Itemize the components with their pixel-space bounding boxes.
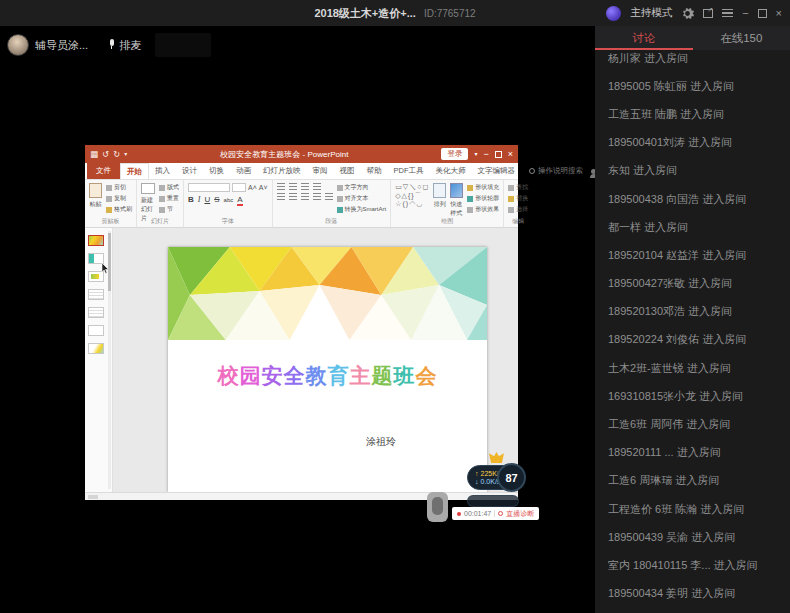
justify-icon[interactable] xyxy=(313,193,321,200)
font-group: A˄ A˅ B I U S abc A 字体 xyxy=(184,180,273,227)
group-label: 字体 xyxy=(184,217,272,226)
copy-button[interactable]: 复制 xyxy=(106,194,132,203)
align-right-icon[interactable] xyxy=(301,193,309,200)
layout-button[interactable]: 版式 xyxy=(159,183,179,192)
align-center-icon[interactable] xyxy=(289,193,297,200)
bold-button[interactable]: B xyxy=(188,195,194,204)
ppt-tab-文件[interactable]: 文件 xyxy=(87,163,120,179)
ppt-signin-button[interactable]: 登录 xyxy=(441,148,468,160)
ppt-tab-插入[interactable]: 插入 xyxy=(149,163,176,179)
sidebar-tab-online[interactable]: 在线150 xyxy=(693,26,790,50)
quick-styles-button[interactable]: 快速样式 xyxy=(450,183,463,218)
columns-icon[interactable] xyxy=(325,193,333,200)
qat-dropdown-icon[interactable]: ▾ xyxy=(124,151,127,157)
ppt-tab-视图[interactable]: 视图 xyxy=(334,163,361,179)
shapes-gallery[interactable]: ▭▽＼○◻ ◇△{}⌒ ☆()◠◡ xyxy=(395,183,429,208)
slide-thumbnail-6[interactable] xyxy=(88,325,104,336)
maximize-button[interactable] xyxy=(758,9,767,18)
sidebar-tab-discussion[interactable]: 讨论 xyxy=(595,26,693,50)
redo-icon[interactable]: ↻ xyxy=(113,150,120,159)
slide-canvas[interactable]: 校园安全教育主题班会 涂祖玲 xyxy=(168,247,487,492)
shape-outline-button[interactable]: 形状轮廓 xyxy=(467,194,499,203)
char-spacing-button[interactable]: abc xyxy=(224,197,234,203)
select-button[interactable]: 选择 xyxy=(508,205,528,214)
slide-thumbnail-5[interactable] xyxy=(88,307,104,318)
chat-list: 杨川家 进入房间1895005 陈虹丽 进入房间工造五班 陆鹏 进入房间1895… xyxy=(595,50,790,608)
font-name-select[interactable] xyxy=(188,183,230,192)
slide-thumbnail-7[interactable] xyxy=(88,343,104,354)
download-arrow-icon: ↓ xyxy=(475,478,479,485)
ppt-minimize-button[interactable]: − xyxy=(483,150,488,159)
section-button[interactable]: 节 xyxy=(159,205,179,214)
ppt-tab-开始[interactable]: 开始 xyxy=(120,163,149,179)
arrange-button[interactable]: 排列 xyxy=(433,183,446,209)
bullets-icon[interactable] xyxy=(277,183,285,190)
ppt-tab-美化大师[interactable]: 美化大师 xyxy=(430,163,472,179)
ppt-tab-动画[interactable]: 动画 xyxy=(230,163,257,179)
tell-me-box[interactable]: 操作说明搜索 xyxy=(529,163,583,179)
chat-message: 东知 进入房间 xyxy=(608,157,777,185)
text-direction-button[interactable]: 文字方向 xyxy=(337,183,387,192)
chat-message: 工造6 周琳瑞 进入房间 xyxy=(608,467,777,495)
shrink-font-icon[interactable]: A˅ xyxy=(259,184,268,191)
format-painter-button[interactable]: 格式刷 xyxy=(106,205,132,214)
minimize-button[interactable]: − xyxy=(742,8,748,19)
shape-fill-button[interactable]: 形状填充 xyxy=(467,183,499,192)
live-diagnosis-link[interactable]: 直播诊断 xyxy=(506,509,534,519)
slide-thumbnail-1[interactable] xyxy=(88,235,104,246)
find-button[interactable]: 查找 xyxy=(508,183,528,192)
chat-message: 189520224 刘俊佑 进入房间 xyxy=(608,326,777,354)
chat-panel[interactable]: 杨川家 进入房间1895005 陈虹丽 进入房间工造五班 陆鹏 进入房间1895… xyxy=(595,50,790,613)
ppt-tab-PDF工具[interactable]: PDF工具 xyxy=(388,163,430,179)
replace-button[interactable]: 替换 xyxy=(508,194,528,203)
scrollbar-thumb[interactable] xyxy=(108,233,111,291)
indent-decrease-icon[interactable] xyxy=(301,183,309,190)
ppt-tab-切换[interactable]: 切换 xyxy=(203,163,230,179)
undo-icon[interactable]: ↺ xyxy=(102,150,109,159)
smartart-icon xyxy=(337,207,343,213)
ppt-close-button[interactable]: × xyxy=(508,150,513,159)
align-left-icon[interactable] xyxy=(277,193,285,200)
close-button[interactable]: × xyxy=(776,8,782,19)
slide-title-char: 题 xyxy=(372,364,394,387)
align-text-button[interactable]: 对齐文本 xyxy=(337,194,387,203)
indent-increase-icon[interactable] xyxy=(313,183,321,190)
menu-icon[interactable] xyxy=(722,9,733,17)
ppt-tab-帮助[interactable]: 帮助 xyxy=(361,163,388,179)
reset-button[interactable]: 重置 xyxy=(159,194,179,203)
mic-queue-button[interactable]: 排麦 xyxy=(108,38,141,53)
smartart-button[interactable]: 转换为SmartArt xyxy=(337,205,387,214)
font-color-button[interactable]: A xyxy=(237,196,242,206)
chat-message: 都一样 进入房间 xyxy=(608,213,777,241)
save-icon[interactable]: ▦ xyxy=(90,150,98,159)
tell-me-label: 操作说明搜索 xyxy=(538,166,583,176)
italic-button[interactable]: I xyxy=(198,195,201,204)
thumbnail-scrollbar[interactable] xyxy=(108,231,111,489)
grow-font-icon[interactable]: A˄ xyxy=(248,184,257,191)
font-size-select[interactable] xyxy=(232,183,246,192)
ppt-restore-button[interactable] xyxy=(495,151,502,158)
group-label: 编辑 xyxy=(504,217,532,226)
slide-thumbnail-4[interactable] xyxy=(88,289,104,300)
numbering-icon[interactable] xyxy=(289,183,297,190)
paste-button[interactable]: 粘贴 xyxy=(89,183,102,209)
slide-editing-area: 校园安全教育主题班会 涂祖玲 xyxy=(113,228,518,492)
ppt-tab-幻灯片放映[interactable]: 幻灯片放映 xyxy=(257,163,307,179)
ppt-titlebar[interactable]: ▦ ↺ ↻ ▾ 校园安全教育主题班会 - PowerPoint 登录 ▾ − × xyxy=(85,145,518,163)
group-label: 段落 xyxy=(273,217,391,226)
ppt-tab-文字编辑器[interactable]: 文字编辑器 xyxy=(472,163,522,179)
ppt-tab-审阅[interactable]: 审阅 xyxy=(307,163,334,179)
ppt-tab-设计[interactable]: 设计 xyxy=(176,163,203,179)
slide-thumbnail-panel[interactable] xyxy=(85,228,113,492)
settings-gear-icon[interactable] xyxy=(681,7,694,20)
chat-message: 189520104 赵益洋 进入房间 xyxy=(608,241,777,269)
strikethrough-button[interactable]: S xyxy=(214,195,219,204)
underline-button[interactable]: U xyxy=(204,195,210,204)
ribbon-options-icon[interactable]: ▾ xyxy=(474,151,477,157)
cut-button[interactable]: 剪切 xyxy=(106,183,132,192)
popout-icon[interactable] xyxy=(703,9,713,18)
quick-access-toolbar[interactable]: ▦ ↺ ↻ ▾ xyxy=(90,150,127,159)
app-logo-icon xyxy=(606,6,621,21)
presenter-chip[interactable]: 辅导员涂... 排麦 xyxy=(7,33,211,57)
shape-effects-button[interactable]: 形状效果 xyxy=(467,205,499,214)
